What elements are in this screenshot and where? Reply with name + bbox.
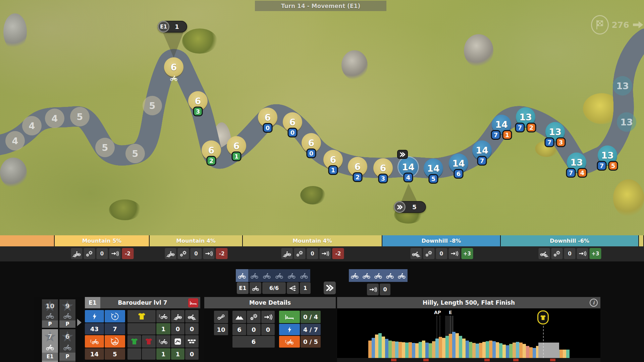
road-space[interactable]: 60 [258,108,277,127]
elevation-bar [523,344,526,358]
elevation-bar [479,343,482,358]
elevation-bar [466,341,469,358]
road-space[interactable]: 5 [125,144,145,163]
road-space[interactable]: 1372 [516,107,535,127]
road-space[interactable]: 5 [143,96,162,115]
road-space[interactable]: 145 [424,159,443,178]
draft-button[interactable] [367,284,379,295]
move-group-selected[interactable] [236,269,310,282]
elevation-bar [415,343,419,358]
route-section-marker [513,359,519,361]
road-space[interactable]: 6 [164,57,183,77]
road-space[interactable]: 146 [449,154,468,173]
cobbles-icon-cell [185,335,199,348]
group-rider-icon[interactable] [361,269,372,282]
road-space[interactable]: 4 [45,109,64,128]
green-jersey-cell [127,335,141,348]
single-rider-button[interactable] [250,282,261,294]
selected-rider-pill[interactable]: E1 1 [158,21,187,33]
group-rider-icon[interactable] [372,269,384,282]
group-rider-icon[interactable] [261,269,273,282]
space-move-value: 6 [195,96,201,106]
elevation-bar [506,345,509,358]
climb-bike-icon [281,248,293,259]
gears-icon [294,248,306,259]
road-space[interactable]: 63 [373,158,393,178]
road-space[interactable]: 5 [95,138,115,157]
elevation-bar [435,339,439,358]
climb-bike-icon [165,248,176,259]
elevation-bar [432,341,435,358]
team-rider-card[interactable]: ★9P [59,299,75,328]
road-space[interactable]: 60 [283,112,302,132]
road-space[interactable]: 1374 [567,153,586,172]
space-move-value: 4 [12,136,18,146]
terrain-stats-bar: 0-20-20-20+30+3 [0,246,644,261]
climb-mod-value: 6 [232,324,246,335]
bike-icon [169,75,178,81]
road-space[interactable]: 63 [188,91,208,111]
road-space[interactable]: 4 [22,116,42,135]
flat-value: 1 [156,323,170,335]
info-icon[interactable]: i [590,299,598,307]
group-rider-icon[interactable] [396,269,408,282]
group-rider-icon[interactable] [273,269,285,282]
road-space[interactable]: 1375 [598,145,617,165]
fast-forward-button[interactable] [324,282,336,294]
elevation-bar [472,343,476,358]
rider-id-badge: E1 [158,21,169,33]
yellow-jersey-cell [127,310,156,322]
road-space[interactable]: 13 [613,76,632,96]
space-move-value: 13 [519,112,532,122]
fast-forward-icon [394,201,406,213]
road-space[interactable]: 62 [348,157,367,176]
bike-icon [397,273,406,279]
turn-banner-text: Turn 14 - Movement (E1) [281,3,360,9]
lane-split-button[interactable] [287,282,299,294]
rider-count-badge: 2 [353,172,363,182]
group-rider-icon[interactable] [236,269,248,282]
elevation-bar [566,350,570,358]
rider-count-badge: 7 [545,137,554,147]
road-space[interactable]: 147 [472,140,492,160]
road-space[interactable]: 1373 [545,122,565,141]
road-space[interactable]: 60 [302,133,321,153]
road-space[interactable]: 62 [202,140,221,160]
stage-panel: Hilly, Length 500, Flat Finish i AP E [337,297,600,362]
group-rider-icon[interactable] [298,269,310,282]
road-space[interactable]: 144 [398,157,418,177]
group-rider-icon[interactable] [248,269,261,282]
move-group-other[interactable] [349,269,408,282]
road-space[interactable]: 61 [227,136,246,156]
elevation-bar [496,342,499,358]
rider-count-badge: 1 [328,165,338,175]
team-rider-card[interactable]: ★6P [59,329,75,362]
rider-rank-star: ★9 [59,299,75,312]
road-space[interactable]: 5 [70,107,90,126]
road-space[interactable]: 61 [323,150,343,169]
elevation-bar [412,343,415,358]
rider-role-label: P [59,320,75,328]
energy-recovery-value: 7 [105,323,125,335]
group-rider-icon[interactable] [349,269,361,282]
rider-count-badge: 5 [608,161,618,171]
road-space[interactable]: 13 [617,112,636,132]
team-rider-card[interactable]: ★10P [42,299,58,328]
group-rider-icon[interactable] [384,269,396,282]
rider-count-badge: 4 [578,168,587,178]
route-section-marker [423,359,429,361]
elevation-bar [449,334,452,358]
boost-pill[interactable]: 5 [394,201,426,213]
chain-icon [217,314,225,320]
rider-count-badge: 2 [207,156,216,166]
team-rider-card[interactable]: ★7E1 [42,329,58,362]
bike-slope-icon [283,250,291,257]
draft-modifier-value: -2 [332,248,344,259]
group-rider-icon[interactable] [285,269,298,282]
road-space[interactable]: 4 [5,131,25,150]
road-space[interactable]: 1471 [492,115,511,134]
rest-button[interactable] [188,298,198,307]
elevation-bar [372,338,375,358]
cobbles-icon [187,338,196,345]
elevation-bar [442,338,445,358]
